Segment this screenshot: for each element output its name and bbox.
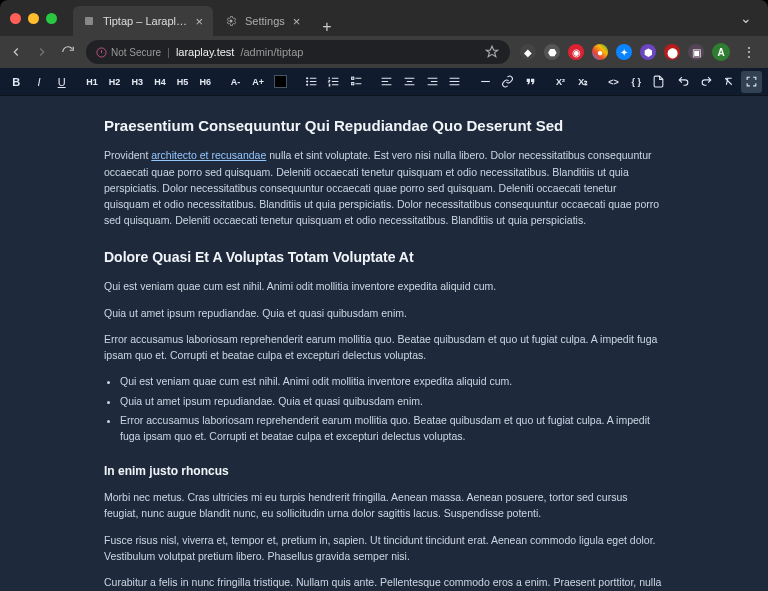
heading-level-2[interactable]: Praesentium Consequuntur Qui Repudiandae… <box>104 114 664 137</box>
editor-toolbar: B I U H1 H2 H3 H4 H5 H6 A- A+ X² X₂ <> {… <box>0 68 768 96</box>
font-larger-button[interactable]: A+ <box>248 71 269 93</box>
undo-button[interactable] <box>673 71 694 93</box>
h3-button[interactable]: H3 <box>127 71 148 93</box>
checklist-button[interactable] <box>346 71 367 93</box>
new-tab-button[interactable]: + <box>312 18 341 36</box>
underline-button[interactable]: U <box>51 71 72 93</box>
browser-tab-inactive[interactable]: Settings × <box>215 6 310 36</box>
extension-icon[interactable]: ◆ <box>520 44 536 60</box>
extension-icon[interactable]: ✦ <box>616 44 632 60</box>
paragraph[interactable]: Curabitur a felis in nunc fringilla tris… <box>104 574 664 591</box>
h1-button[interactable]: H1 <box>82 71 103 93</box>
paragraph[interactable]: Qui est veniam quae cum est nihil. Animi… <box>104 278 664 294</box>
svg-point-3 <box>306 78 307 79</box>
clear-format-button[interactable] <box>719 71 740 93</box>
document-button[interactable] <box>649 71 670 93</box>
extension-icon[interactable]: ⬤ <box>664 44 680 60</box>
forward-button[interactable] <box>34 44 50 60</box>
svg-point-5 <box>306 84 307 85</box>
close-window-button[interactable] <box>10 13 21 24</box>
paragraph[interactable]: Fusce risus nisl, viverra et, tempor et,… <box>104 532 664 565</box>
superscript-button[interactable]: X² <box>550 71 571 93</box>
browser-toolbar: Not Secure | laraplay.test/admin/tiptap … <box>0 36 768 68</box>
svg-rect-6 <box>352 77 354 79</box>
horizontal-rule-button[interactable] <box>475 71 496 93</box>
paragraph[interactable]: Morbi nec metus. Cras ultricies mi eu tu… <box>104 489 664 522</box>
page-favicon-icon <box>83 15 95 27</box>
reload-button[interactable] <box>60 44 76 60</box>
list-item[interactable]: Qui est veniam quae cum est nihil. Animi… <box>120 373 664 389</box>
ordered-list-button[interactable] <box>323 71 344 93</box>
heading-level-2[interactable]: Dolore Quasi Et A Voluptas Totam Volupta… <box>104 247 664 269</box>
maximize-window-button[interactable] <box>46 13 57 24</box>
security-label: Not Secure <box>111 47 161 58</box>
extension-icon[interactable]: ◉ <box>568 44 584 60</box>
h2-button[interactable]: H2 <box>104 71 125 93</box>
align-center-button[interactable] <box>399 71 420 93</box>
svg-point-1 <box>230 20 233 23</box>
bold-button[interactable]: B <box>6 71 27 93</box>
paragraph[interactable]: Provident architecto et recusandae nulla… <box>104 147 664 228</box>
browser-tab-active[interactable]: Tiptap – Laraplay × <box>73 6 213 36</box>
align-justify-button[interactable] <box>444 71 465 93</box>
inline-link[interactable]: architecto et recusandae <box>151 149 266 161</box>
extension-icon[interactable]: ● <box>592 44 608 60</box>
bullet-list-button[interactable] <box>301 71 322 93</box>
svg-rect-7 <box>352 83 354 85</box>
unordered-list[interactable]: Qui est veniam quae cum est nihil. Animi… <box>120 373 664 444</box>
profile-avatar[interactable]: A <box>712 43 730 61</box>
paragraph[interactable]: Quia ut amet ipsum repudiandae. Quia et … <box>104 305 664 321</box>
align-right-button[interactable] <box>422 71 443 93</box>
tab-label: Settings <box>245 15 285 27</box>
code-inline-button[interactable]: <> <box>603 71 624 93</box>
quote-button[interactable] <box>520 71 541 93</box>
list-item[interactable]: Quia ut amet ipsum repudiandae. Quia et … <box>120 393 664 409</box>
h5-button[interactable]: H5 <box>172 71 193 93</box>
list-item[interactable]: Error accusamus laboriosam reprehenderit… <box>120 412 664 445</box>
bookmark-icon[interactable] <box>484 44 500 60</box>
svg-point-4 <box>306 81 307 82</box>
article-content[interactable]: Praesentium Consequuntur Qui Repudiandae… <box>104 114 664 591</box>
back-button[interactable] <box>8 44 24 60</box>
extensions-area: ◆ ⬣ ◉ ● ✦ ⬢ ⬤ ▣ A ⋮ <box>520 43 760 61</box>
svg-rect-0 <box>85 17 93 25</box>
settings-favicon-icon <box>225 15 237 27</box>
heading-level-3[interactable]: In enim justo rhoncus <box>104 462 664 481</box>
subscript-button[interactable]: X₂ <box>573 71 594 93</box>
url-path: /admin/tiptap <box>240 46 303 58</box>
h4-button[interactable]: H4 <box>150 71 171 93</box>
font-smaller-button[interactable]: A- <box>225 71 246 93</box>
italic-button[interactable]: I <box>29 71 50 93</box>
window-titlebar: Tiptap – Laraplay × Settings × + ⌄ <box>0 0 768 36</box>
window-controls <box>10 13 57 24</box>
minimize-window-button[interactable] <box>28 13 39 24</box>
fullscreen-button[interactable] <box>741 71 762 93</box>
font-color-button[interactable] <box>271 71 292 93</box>
app-viewport: B I U H1 H2 H3 H4 H5 H6 A- A+ X² X₂ <> {… <box>0 68 768 591</box>
h6-button[interactable]: H6 <box>195 71 216 93</box>
extension-icon[interactable]: ⬢ <box>640 44 656 60</box>
close-tab-icon[interactable]: × <box>195 15 203 28</box>
link-button[interactable] <box>497 71 518 93</box>
tab-strip: Tiptap – Laraplay × Settings × + <box>73 0 740 36</box>
address-bar[interactable]: Not Secure | laraplay.test/admin/tiptap <box>86 40 510 64</box>
browser-menu-icon[interactable]: ⋮ <box>738 44 760 60</box>
security-indicator[interactable]: Not Secure <box>96 47 161 58</box>
tab-overflow-icon[interactable]: ⌄ <box>740 10 758 26</box>
redo-button[interactable] <box>696 71 717 93</box>
align-left-button[interactable] <box>376 71 397 93</box>
tab-label: Tiptap – Laraplay <box>103 15 187 27</box>
extension-icon[interactable]: ⬣ <box>544 44 560 60</box>
extension-icon[interactable]: ▣ <box>688 44 704 60</box>
paragraph[interactable]: Error accusamus laboriosam reprehenderit… <box>104 331 664 364</box>
url-host: laraplay.test <box>176 46 235 58</box>
code-block-button[interactable]: { } <box>626 71 647 93</box>
editor-canvas[interactable]: Praesentium Consequuntur Qui Repudiandae… <box>0 96 768 591</box>
close-tab-icon[interactable]: × <box>293 15 301 28</box>
